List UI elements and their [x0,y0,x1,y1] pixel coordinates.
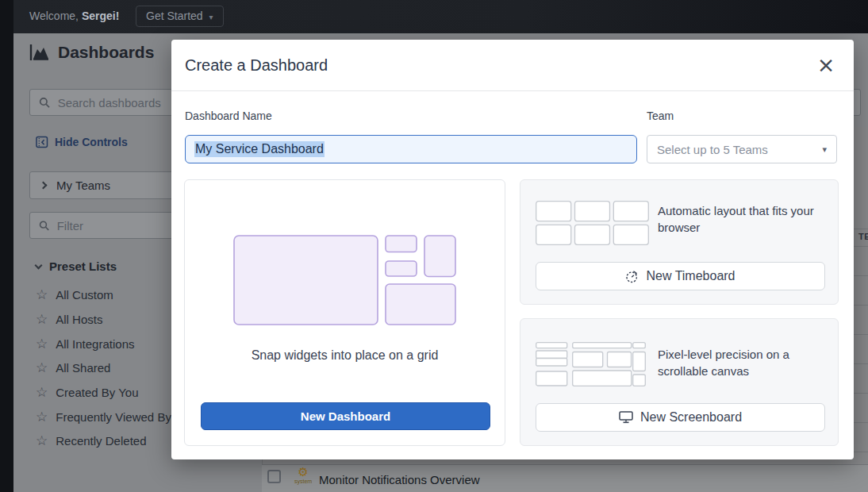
grid-layout-illustration [233,235,456,325]
new-timeboard-button[interactable]: New Timeboard [536,262,825,290]
star-icon: ☆ [36,410,48,424]
sidebar-item-all-custom[interactable]: ☆ All Custom [36,286,113,303]
chevron-down-icon: ▾ [822,144,827,155]
left-nav-rail [0,0,13,492]
auto-layout-illustration [536,201,649,245]
star-icon: ☆ [36,361,48,375]
close-icon[interactable]: × [814,53,838,77]
star-icon: ☆ [36,434,48,448]
welcome-message: Welcome, Sergei! [29,10,119,22]
selected-text: My Service Dashboard [194,141,325,157]
sidebar-item-recently-deleted[interactable]: ☆ Recently Deleted [36,432,146,449]
chevron-down-icon [35,261,43,269]
sidebar-item-all-hosts[interactable]: ☆ All Hosts [36,310,102,328]
row-checkbox[interactable] [267,470,281,483]
team-label: Team [647,110,674,122]
sidebar-item-created-by-you[interactable]: ☆ Created By You [36,383,139,401]
timeboard-card: Automatic layout that fits your browser … [520,179,839,305]
dashboard-row-title[interactable]: Monitor Notifications Overview [319,473,480,486]
star-icon: ☆ [36,288,48,302]
app-root: Welcome, Sergei! Get Started▾ Dashboards [0,0,868,492]
hide-controls-link[interactable]: Hide Controls [36,136,128,148]
timeboard-card-caption: Automatic layout that fits your browser [658,202,828,236]
modal-title: Create a Dashboard [185,40,328,91]
dashboard-name-input[interactable]: My Service Dashboard [185,135,637,163]
sidebar-item-all-shared[interactable]: ☆ All Shared [36,359,110,376]
free-layout-illustration [536,342,646,386]
dashboards-icon [29,44,50,61]
username: Sergei! [82,10,119,22]
top-bar: Welcome, Sergei! Get Started▾ [13,0,868,33]
star-icon: ☆ [36,386,48,399]
dashboard-name-label: Dashboard Name [185,110,272,122]
modal-header: Create a Dashboard × [171,40,854,91]
system-gear-icon: ⚙ system [294,467,312,484]
new-screenboard-button[interactable]: New Screenboard [536,403,825,432]
new-dashboard-button[interactable]: New Dashboard [201,402,490,430]
get-started-button[interactable]: Get Started▾ [136,6,224,27]
sidebar-item-all-integrations[interactable]: ☆ All Integrations [36,335,134,352]
grid-dashboard-card: Snap widgets into place on a grid New Da… [184,179,505,446]
stopwatch-icon [625,270,639,283]
sidebar-item-frequently-viewed[interactable]: ☆ Frequently Viewed By [36,408,171,425]
star-icon: ☆ [36,313,48,326]
chevron-right-icon [40,182,48,190]
search-icon [39,220,50,232]
preset-lists-expander[interactable]: Preset Lists [36,259,117,273]
team-select[interactable]: Select up to 5 Teams ▾ [647,135,837,163]
teams-column-header: TEAMS [858,232,868,241]
collapse-panel-icon [36,136,48,148]
grid-card-caption: Snap widgets into place on a grid [185,348,505,363]
search-icon [39,97,51,109]
page-title: Dashboards [29,43,154,62]
screenboard-card-caption: Pixel-level precision on a scrollable ca… [658,346,828,379]
chevron-down-icon: ▾ [209,13,213,21]
create-dashboard-modal: Create a Dashboard × Dashboard Name Team… [171,40,854,459]
monitor-icon [619,411,633,424]
star-icon: ☆ [36,337,48,351]
screenboard-card: Pixel-level precision on a scrollable ca… [520,318,839,446]
